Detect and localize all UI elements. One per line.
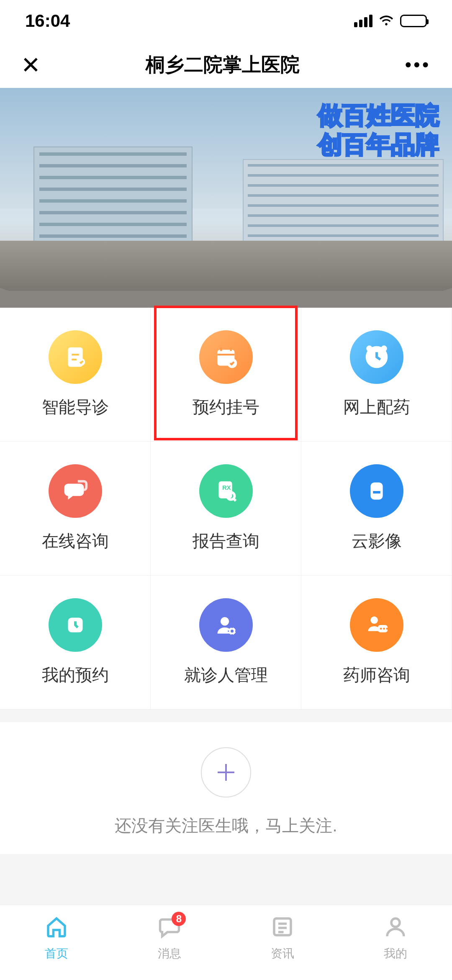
service-label: 在线咨询 (42, 530, 109, 553)
svg-rect-2 (217, 350, 234, 366)
report-search-icon: RX (199, 464, 253, 518)
wifi-icon (378, 12, 394, 30)
nav-header: ✕ 桐乡二院掌上医院 ••• (0, 42, 452, 88)
notification-badge: 8 (172, 912, 186, 926)
svg-point-17 (370, 617, 378, 624)
news-icon (270, 914, 295, 942)
status-bar: 16:04 62 (0, 0, 452, 42)
cellular-signal-icon (354, 15, 372, 27)
status-time: 16:04 (25, 11, 70, 31)
services-grid: 智能导诊预约挂号网上配药在线咨询RX报告查询云影像我的预约就诊人管理药师咨询 (0, 308, 452, 710)
clock-filled-icon (49, 598, 102, 652)
user-gear-icon (199, 598, 253, 652)
svg-rect-12 (373, 491, 380, 494)
service-file-image[interactable]: 云影像 (301, 442, 452, 576)
follow-doctors-section: 还没有关注医生哦，马上关注. (0, 722, 452, 854)
page-title: 桐乡二院掌上医院 (146, 52, 300, 78)
svg-point-14 (220, 617, 229, 625)
service-label: 药师咨询 (343, 664, 410, 687)
hero-banner: 做百姓医院 创百年品牌 (0, 88, 452, 308)
svg-point-7 (382, 347, 386, 350)
service-pharmacist-chat[interactable]: 药师咨询 (301, 576, 452, 710)
tab-label: 消息 (158, 946, 181, 962)
service-clock-filled[interactable]: 我的预约 (0, 576, 151, 710)
service-label: 智能导诊 (42, 396, 109, 419)
service-label: 预约挂号 (193, 396, 259, 419)
battery-icon: 62 (400, 15, 427, 27)
svg-point-3 (227, 358, 236, 368)
tab-label: 首页 (45, 946, 68, 962)
svg-point-20 (383, 628, 385, 630)
close-icon[interactable]: ✕ (21, 51, 41, 79)
building-illustration (33, 147, 193, 247)
svg-point-19 (380, 628, 382, 630)
svg-point-16 (231, 630, 234, 633)
clock-icon (350, 330, 403, 384)
home-icon (44, 914, 69, 942)
svg-text:RX: RX (222, 484, 231, 491)
service-label: 就诊人管理 (184, 664, 268, 687)
chat-bubbles-icon (49, 464, 102, 518)
svg-point-23 (391, 918, 400, 927)
service-clock[interactable]: 网上配药 (301, 308, 452, 442)
service-label: 报告查询 (193, 530, 259, 553)
service-calendar-check[interactable]: 预约挂号 (151, 308, 301, 442)
clipboard-check-icon (49, 330, 102, 384)
add-doctor-button[interactable] (201, 747, 251, 797)
more-icon[interactable]: ••• (405, 55, 431, 75)
tab-label: 资讯 (271, 946, 294, 962)
svg-point-6 (367, 347, 371, 350)
svg-point-21 (386, 628, 388, 630)
service-report-search[interactable]: RX报告查询 (151, 442, 301, 576)
service-label: 云影像 (352, 530, 402, 553)
tab-news[interactable]: 资讯 (226, 905, 339, 980)
service-clipboard-check[interactable]: 智能导诊 (0, 308, 151, 442)
file-image-icon (350, 464, 403, 518)
service-label: 网上配药 (343, 396, 410, 419)
follow-empty-text: 还没有关注医生哦，马上关注. (115, 814, 337, 837)
profile-icon (383, 914, 408, 942)
service-label: 我的预约 (42, 664, 109, 687)
status-indicators: 62 (354, 12, 427, 30)
service-user-gear[interactable]: 就诊人管理 (151, 576, 301, 710)
tab-profile[interactable]: 我的 (339, 905, 452, 980)
tab-label: 我的 (384, 946, 407, 962)
calendar-check-icon (199, 330, 253, 384)
service-chat-bubbles[interactable]: 在线咨询 (0, 442, 151, 576)
banner-slogan: 做百姓医院 创百年品牌 (318, 100, 439, 159)
bottom-tab-bar: 首页消息8资讯我的 (0, 905, 452, 980)
building-illustration (243, 159, 444, 251)
tab-home[interactable]: 首页 (0, 905, 113, 980)
tab-message[interactable]: 消息8 (113, 905, 226, 980)
pharmacist-chat-icon (350, 598, 403, 652)
